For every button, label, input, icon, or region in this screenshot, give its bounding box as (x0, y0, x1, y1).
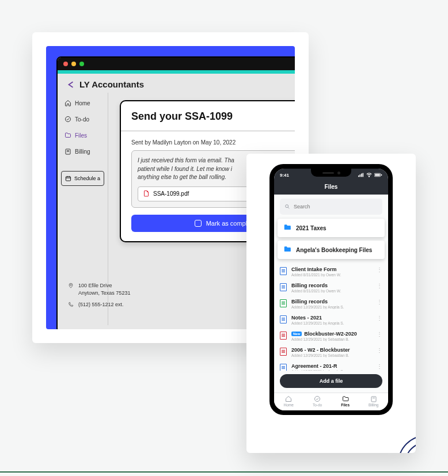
sidebar-item-files[interactable]: Files (61, 128, 104, 142)
tab-label: Home (284, 403, 294, 407)
add-file-label: Add a file (320, 378, 343, 384)
brand-name: LY Accountants (79, 79, 144, 89)
sidebar-item-billing[interactable]: Billing (61, 144, 104, 158)
svg-rect-16 (381, 174, 382, 176)
schedule-button[interactable]: Schedule a (61, 171, 104, 186)
battery-icon (374, 173, 382, 177)
mobile-preview-card: 9:41 Files 2021 Taxes (246, 154, 416, 453)
signal-icon (358, 173, 364, 177)
svg-rect-4 (66, 177, 70, 181)
address-line-2: Anytown, Texas 75231 (78, 290, 130, 298)
more-icon[interactable]: ⋮ (374, 315, 382, 321)
folder-icon (283, 223, 291, 233)
file-name: Billing records (291, 283, 370, 288)
status-time: 9:41 (280, 173, 289, 178)
phone-frame: 9:41 Files 2021 Taxes (269, 164, 393, 415)
more-icon[interactable]: ⋮ (374, 331, 382, 337)
sidebar-item-label: Files (75, 132, 87, 139)
brand-row: LY Accountants (58, 74, 295, 93)
doc-file-icon (280, 364, 287, 371)
new-badge: New (291, 332, 302, 336)
close-dot-icon[interactable] (63, 62, 68, 66)
file-meta: Added 8/31/2021 by Owen W. (291, 289, 370, 293)
sidebar-item-label: To-do (75, 116, 89, 123)
file-row[interactable]: NewBlockbuster-W2-2020Added 12/29/2021 b… (280, 328, 382, 344)
doc-file-icon (280, 283, 287, 291)
tab-label: Files (341, 403, 350, 407)
add-file-button[interactable]: Add a file (280, 374, 382, 388)
more-icon[interactable]: ⋮ (374, 299, 382, 305)
svg-point-0 (66, 117, 71, 122)
file-meta: Added 12/29/2021 by Sebastian B. (291, 337, 370, 341)
more-icon[interactable]: ⋮ (374, 363, 382, 370)
file-meta: Added 12/29/2021 by Sebastian B. (291, 353, 370, 357)
svg-point-13 (369, 176, 369, 177)
svg-rect-15 (375, 174, 380, 176)
file-row[interactable]: Billing recordsAdded 12/29/2021 by Angel… (280, 296, 382, 312)
map-pin-icon (68, 283, 74, 288)
svg-point-8 (70, 284, 71, 285)
home-icon (64, 100, 71, 106)
file-name: Billing records (291, 299, 370, 304)
maximize-dot-icon[interactable] (79, 62, 84, 66)
search-field[interactable] (280, 199, 382, 215)
folder-name: 2021 Taxes (296, 225, 326, 231)
doc-file-icon (280, 267, 287, 275)
tab-home[interactable]: Home (284, 395, 294, 407)
file-meta: Added 8/31/2021 by Owen W. (291, 273, 370, 277)
file-row[interactable]: Notes - 2021Added 12/29/2021 by Angela S… (280, 312, 382, 328)
folder-icon (64, 132, 71, 139)
divider (121, 131, 295, 131)
file-row[interactable]: 2006 - W2 - BlockbusterAdded 12/29/2021 … (280, 344, 382, 360)
file-row[interactable]: Client Intake FormAdded 8/31/2021 by Owe… (280, 264, 382, 280)
billing-icon (370, 395, 377, 402)
svg-point-17 (286, 205, 288, 208)
phone-icon (68, 302, 74, 307)
sheet-file-icon (280, 299, 287, 307)
app-header-title: Files (274, 181, 388, 195)
schedule-button-label: Schedule a (74, 176, 100, 181)
doc-file-icon (280, 315, 287, 323)
sidebar-item-home[interactable]: Home (61, 96, 104, 110)
file-meta: Added 12/29/2021 by Angela S. (291, 370, 370, 371)
modal-title: Send your SSA-1099 (131, 111, 295, 123)
file-name: Client Intake Form (291, 266, 370, 272)
folder-item-bookkeeping[interactable]: Angela's Bookkeeping Files (278, 241, 385, 259)
attachment-name: SSA-1099.pdf (153, 191, 189, 197)
brand-logo-icon (67, 81, 75, 89)
folder-icon (283, 245, 291, 254)
tab-files[interactable]: Files (341, 395, 350, 407)
address-line-1: 100 Efile Drive (78, 282, 130, 290)
file-name: Notes - 2021 (291, 315, 370, 321)
checkbox-icon (195, 220, 202, 227)
tab-label: Billing (369, 403, 378, 407)
file-list: Client Intake FormAdded 8/31/2021 by Owe… (274, 262, 388, 371)
sidebar-item-label: Home (75, 100, 90, 106)
file-row[interactable]: Agreement - 201-RAdded 12/29/2021 by Ang… (280, 360, 382, 371)
sidebar-item-todo[interactable]: To-do (61, 112, 104, 126)
page-divider (0, 471, 448, 473)
modal-meta: Sent by Madilyn Layton on May 10, 2022 (131, 139, 295, 146)
tab-todo[interactable]: To-do (313, 395, 322, 407)
check-circle-icon (314, 395, 321, 402)
search-input[interactable] (294, 204, 378, 210)
footer-contact: 100 Efile Drive Anytown, Texas 75231 (51… (68, 279, 130, 309)
folder-item-2021-taxes[interactable]: 2021 Taxes (278, 219, 385, 237)
svg-rect-10 (360, 174, 361, 177)
more-icon[interactable]: ⋮ (374, 283, 382, 289)
file-row[interactable]: Billing recordsAdded 8/31/2021 by Owen W… (280, 280, 382, 296)
more-icon[interactable]: ⋮ (374, 266, 382, 273)
minimize-dot-icon[interactable] (71, 62, 76, 66)
pdf-file-icon (280, 348, 287, 356)
window-title-bar (58, 58, 295, 70)
svg-rect-12 (363, 173, 364, 177)
home-icon (285, 395, 292, 402)
file-name: NewBlockbuster-W2-2020 (291, 331, 370, 337)
tab-billing[interactable]: Billing (369, 395, 378, 407)
more-icon[interactable]: ⋮ (374, 347, 382, 353)
wifi-icon (366, 173, 372, 177)
pdf-file-icon (280, 332, 287, 340)
sidebar-item-label: Billing (75, 148, 90, 155)
decorative-arcs-icon (380, 417, 416, 453)
tab-bar: Home To-do Files Billing (274, 393, 388, 410)
